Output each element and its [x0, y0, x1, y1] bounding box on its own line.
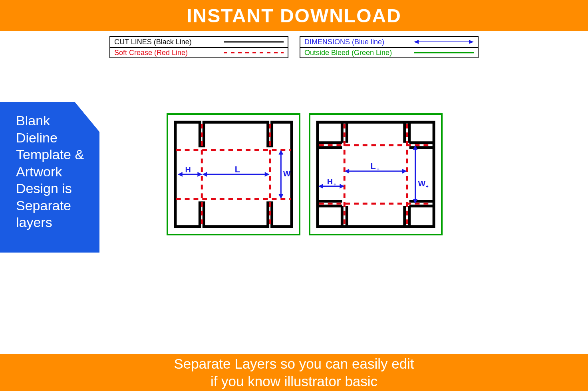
- svg-marker-4: [469, 40, 474, 44]
- side-badge: Blank Dieline Template & Artwork Design …: [0, 102, 99, 253]
- cut-line-sample-icon: [224, 38, 284, 46]
- bottom-banner: Separate Layers so you can easily edit i…: [0, 354, 588, 391]
- svg-rect-19: [318, 122, 434, 226]
- svg-marker-3: [414, 40, 419, 44]
- dim-arrow-sample-icon: [414, 38, 474, 46]
- top-banner: INSTANT DOWNLOAD: [0, 0, 588, 31]
- legend-crease-row: Soft Crease (Red Line): [110, 47, 288, 57]
- dim-h-left: H: [185, 165, 191, 174]
- legend-bleed-label: Outside Bleed (Green Line): [304, 49, 414, 57]
- legend: CUT LINES (Black Line) Soft Crease (Red …: [0, 36, 588, 58]
- svg-marker-41: [318, 184, 323, 189]
- bottom-line1: Separate Layers so you can easily edit: [0, 355, 588, 373]
- dim-l-left: L: [235, 164, 240, 174]
- dim-w-left: W: [283, 169, 291, 178]
- dim-h-right: H+: [327, 177, 336, 187]
- legend-cut-row: CUT LINES (Black Line): [110, 37, 288, 47]
- dim-l-right: L+: [371, 161, 379, 172]
- svg-marker-14: [202, 172, 207, 177]
- legend-cut-label: CUT LINES (Black Line): [114, 38, 224, 46]
- side-badge-text: Blank Dieline Template & Artwork Design …: [16, 113, 84, 230]
- dieline-left: H L W: [167, 113, 300, 235]
- legend-dim-label: DIMENSIONS (Blue line): [304, 38, 414, 46]
- legend-left: CUT LINES (Black Line) Soft Crease (Red …: [109, 36, 288, 58]
- legend-right: DIMENSIONS (Blue line) Outside Bleed (Gr…: [300, 36, 479, 58]
- legend-crease-label: Soft Crease (Red Line): [114, 49, 224, 57]
- dim-w-right: W+: [418, 179, 428, 189]
- legend-dim-row: DIMENSIONS (Blue line): [300, 37, 478, 47]
- svg-marker-11: [178, 172, 183, 177]
- dieline-right: H+ L+ W+: [309, 113, 443, 235]
- diagram-area: H L W: [167, 113, 443, 235]
- legend-bleed-row: Outside Bleed (Green Line): [300, 47, 478, 57]
- bleed-line-sample-icon: [414, 49, 474, 57]
- bottom-line2: if you know illustrator basic: [0, 373, 588, 390]
- crease-line-sample-icon: [224, 49, 284, 57]
- svg-marker-15: [265, 172, 270, 177]
- top-banner-text: INSTANT DOWNLOAD: [187, 5, 401, 27]
